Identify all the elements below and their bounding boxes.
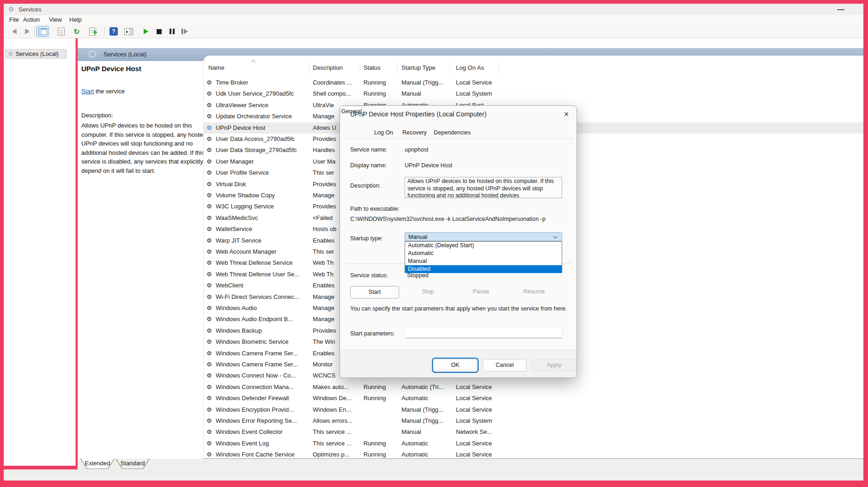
service-row[interactable]: ⚙Windows Defender FirewallWindows De...R… (204, 393, 863, 404)
stop-button[interactable]: Stop (403, 288, 452, 295)
gear-icon: ⚙ (206, 395, 214, 402)
gear-icon: ⚙ (206, 248, 214, 255)
gear-icon: ⚙ (206, 384, 214, 390)
service-description: Windows De... (313, 395, 352, 402)
gear-icon: ⚙ (206, 225, 214, 232)
export-list-icon[interactable] (87, 26, 98, 37)
service-description: Monitor (313, 361, 333, 368)
service-row[interactable]: ⚙Windows Connection Mana...Makes auto...… (204, 382, 863, 393)
properties-icon[interactable] (55, 26, 67, 37)
service-description: Allows errors... (313, 417, 352, 424)
column-separator[interactable] (397, 62, 397, 73)
refresh-icon[interactable]: ↻ (71, 26, 82, 37)
pause-button[interactable]: Pause (456, 288, 505, 295)
service-logon-as: Local Service (456, 79, 492, 86)
service-description: Web Th (313, 259, 334, 266)
help-icon[interactable]: ? (108, 26, 119, 37)
pause-service-icon[interactable] (166, 26, 177, 37)
service-description: Windows En... (313, 406, 351, 413)
service-row[interactable]: ⚙Time BrokerCoordinates ...RunningManual… (204, 77, 863, 88)
gear-icon: ⚙ (206, 417, 214, 424)
minimize-icon[interactable] (837, 9, 844, 10)
service-row[interactable]: ⚙Windows Encryption Provid...Windows En.… (204, 404, 863, 415)
service-description: This service ... (313, 428, 352, 435)
service-row[interactable]: ⚙Windows Event CollectorThis service ...… (204, 426, 863, 438)
menu-action[interactable]: Action (21, 16, 42, 23)
dialog-tab-dependencies[interactable]: Dependencies (434, 129, 471, 136)
start-service-icon[interactable] (140, 26, 152, 37)
cancel-button[interactable]: Cancel (483, 359, 527, 371)
gear-icon: ⚙ (206, 90, 214, 97)
service-row[interactable]: ⚙Windows Event LogThis service ...Runnin… (204, 438, 863, 449)
console-tree-icon[interactable] (36, 26, 49, 37)
start-service-link[interactable]: Start (81, 88, 94, 95)
gear-icon: ⚙ (206, 338, 214, 345)
service-description: This ser (313, 169, 334, 176)
menu-bar: FileActionViewHelp (4, 15, 863, 24)
service-row[interactable]: ⚙Windows Font Cache ServiceOptimizes p..… (204, 449, 863, 459)
close-icon[interactable]: × (561, 109, 572, 120)
dialog-description-box[interactable]: Allows UPnP devices to be hosted on this… (405, 177, 562, 198)
column-separator[interactable] (498, 62, 499, 73)
start-button[interactable]: Start (350, 286, 399, 298)
service-description: Provides (313, 135, 336, 142)
service-row[interactable]: ⚙Udk User Service_2790ad5fcShell compo..… (204, 88, 863, 99)
dialog-tab-recovery[interactable]: Recovery (402, 129, 427, 136)
gear-icon: ⚙ (206, 271, 214, 278)
column-header-startup-type[interactable]: Startup Type (401, 64, 435, 71)
service-description: Enables (313, 350, 334, 357)
dropdown-option-disabled[interactable]: Disabled (405, 265, 562, 273)
stop-service-icon[interactable] (153, 26, 164, 37)
gear-icon: ⚙ (206, 135, 214, 142)
display-name-label: Display name: (350, 162, 387, 169)
service-startup-type: Manual (Trigg... (401, 79, 443, 86)
toolbar: ↻ ? (4, 24, 863, 38)
service-name: UPnP Device Host (216, 124, 265, 131)
menu-help[interactable]: Help (67, 16, 84, 23)
service-name: Windows Error Reporting Se... (216, 417, 297, 424)
service-startup-type: Automatic (401, 451, 428, 458)
column-separator[interactable] (309, 62, 310, 73)
tree-item-services-local[interactable]: ⚙ Services (Local) (6, 49, 67, 59)
view-tab-extended[interactable]: Extended (80, 459, 115, 469)
dropdown-option-automatic[interactable]: Automatic (405, 250, 562, 257)
service-name: Windows Font Cache Service (216, 451, 295, 458)
gear-icon: ⚙ (206, 259, 214, 266)
dialog-description-label: Description: (350, 183, 381, 189)
view-tab-standard[interactable]: Standard (115, 459, 150, 469)
gear-icon: ⚙ (206, 327, 214, 334)
start-parameters-input[interactable] (405, 327, 562, 338)
title-bar (4, 4, 863, 15)
gear-icon: ⚙ (206, 293, 214, 300)
gear-icon: ⚙ (206, 406, 214, 413)
column-header-description[interactable]: Description (313, 64, 343, 71)
app-gear-icon: ⚙ (8, 6, 14, 13)
resume-button[interactable]: Resume (510, 288, 558, 295)
column-header-log-on-as[interactable]: Log On As (456, 64, 484, 71)
tab-divider (344, 138, 574, 139)
service-startup-type: Automatic (401, 440, 428, 447)
column-separator[interactable] (360, 62, 360, 73)
ok-button[interactable]: OK (433, 359, 477, 371)
apply-button[interactable]: Apply (532, 359, 576, 371)
service-description: Makes auto... (313, 384, 349, 390)
column-header-name[interactable]: Name (208, 64, 225, 71)
service-name: Windows Defender Firewall (216, 395, 289, 402)
column-header-status[interactable]: Status (364, 64, 381, 71)
back-icon[interactable] (9, 26, 20, 37)
forward-icon[interactable] (21, 26, 32, 37)
dialog-tab-log-on[interactable]: Log On (374, 129, 393, 136)
service-name: User Manager (216, 158, 254, 165)
restart-service-icon[interactable] (179, 26, 190, 37)
dropdown-option-manual[interactable]: Manual (405, 257, 562, 265)
service-description: Enables (313, 237, 334, 244)
action-pane-icon[interactable] (123, 26, 134, 37)
startup-type-combobox[interactable]: Manual (405, 232, 562, 241)
menu-file[interactable]: File (7, 16, 21, 23)
column-separator[interactable] (449, 62, 450, 73)
menu-view[interactable]: View (47, 16, 64, 23)
service-description: <Failed (313, 214, 333, 221)
dropdown-option-automatic-delayed-start-[interactable]: Automatic (Delayed Start) (405, 242, 562, 250)
service-row[interactable]: ⚙Windows Error Reporting Se...Allows err… (204, 415, 863, 426)
service-logon-as: Local Service (456, 395, 492, 402)
